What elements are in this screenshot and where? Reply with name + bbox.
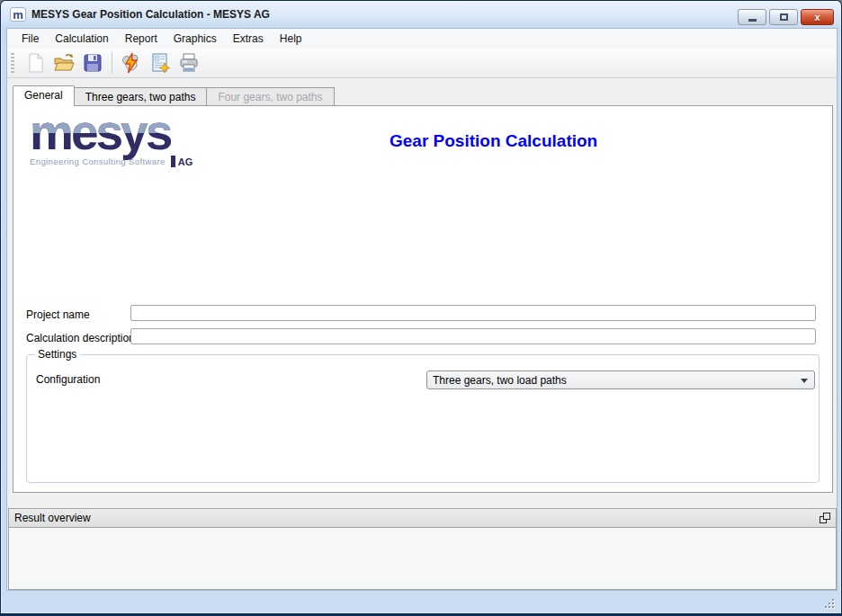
report-button[interactable] — [147, 50, 174, 76]
close-button[interactable]: x — [801, 9, 834, 25]
configuration-selected-value: Three gears, two load paths — [433, 374, 567, 387]
mesys-logo-word: mesys mesys — [30, 111, 170, 154]
menu-graphics[interactable]: Graphics — [166, 30, 225, 48]
tab-three-gears-two-paths[interactable]: Three gears, two paths — [75, 87, 208, 106]
maximize-button[interactable] — [769, 9, 798, 25]
toolbar-drag-handle[interactable] — [11, 53, 14, 73]
lightning-gear-icon — [121, 52, 142, 74]
client-area: File Calculation Report Graphics Extras … — [6, 28, 838, 591]
toolbar-separator — [112, 52, 112, 74]
page-title: Gear Position Calculation — [390, 131, 597, 151]
chevron-down-icon — [801, 379, 808, 387]
resize-grip[interactable] — [821, 597, 834, 608]
title-bar[interactable]: m MESYS Gear Position Calculation - MESY… — [1, 1, 841, 28]
new-file-button — [22, 50, 49, 76]
status-bar — [1, 590, 841, 613]
save-file-button[interactable] — [79, 50, 106, 76]
logo-ag: AG — [178, 156, 193, 167]
tab-general[interactable]: General — [13, 85, 75, 106]
settings-legend: Settings — [34, 348, 80, 361]
open-file-button[interactable] — [50, 50, 77, 76]
result-overview-content — [8, 527, 837, 590]
app-icon: m — [10, 7, 26, 22]
calculation-description-label: Calculation description — [26, 332, 135, 344]
menu-extras[interactable]: Extras — [225, 30, 272, 48]
toolbar — [7, 49, 837, 78]
menu-bar: File Calculation Report Graphics Extras … — [7, 29, 837, 49]
configuration-label: Configuration — [36, 373, 100, 386]
window-title: MESYS Gear Position Calculation - MESYS … — [31, 8, 270, 21]
open-folder-icon — [53, 52, 75, 74]
logo-bar — [171, 156, 175, 167]
mesys-logo: mesys mesys Engineering Consulting Softw… — [30, 111, 219, 167]
minimize-icon — [748, 19, 757, 22]
blank-page-icon — [24, 52, 46, 74]
settings-groupbox: Settings Configuration Three gears, two … — [26, 354, 820, 483]
menu-calculation[interactable]: Calculation — [47, 30, 116, 48]
menu-help[interactable]: Help — [272, 30, 310, 48]
tab-four-gears-two-paths: Four gears, two paths — [207, 87, 334, 106]
tab-bar: General Three gears, two paths Four gear… — [13, 85, 335, 106]
menu-report[interactable]: Report — [117, 30, 166, 48]
project-name-input[interactable] — [130, 305, 816, 321]
maximize-icon — [780, 13, 788, 21]
floppy-disk-icon — [82, 52, 103, 74]
minimize-button[interactable] — [738, 9, 766, 25]
result-overview-title: Result overview — [14, 512, 91, 524]
dock-float-button[interactable] — [820, 513, 830, 523]
app-window: m MESYS Gear Position Calculation - MESY… — [0, 0, 842, 616]
document-star-icon — [149, 52, 171, 74]
configuration-select[interactable]: Three gears, two load paths — [426, 370, 815, 389]
printer-icon — [178, 52, 200, 74]
menu-file[interactable]: File — [13, 30, 47, 48]
calculate-button[interactable] — [118, 50, 145, 76]
project-name-label: Project name — [26, 308, 90, 321]
calculation-description-input[interactable] — [130, 328, 816, 344]
general-tab-panel: mesys mesys Engineering Consulting Softw… — [13, 105, 833, 493]
print-button[interactable] — [175, 50, 202, 76]
result-overview-titlebar[interactable]: Result overview — [8, 508, 837, 528]
